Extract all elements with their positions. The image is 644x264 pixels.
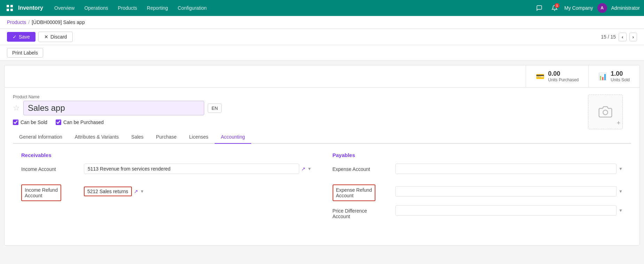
tab-accounting[interactable]: Accounting — [215, 131, 251, 144]
price-difference-account-row: Price DifferenceAccount ▼ — [333, 205, 623, 219]
price-difference-account-input[interactable] — [395, 205, 617, 216]
favorite-star-icon[interactable]: ☆ — [13, 104, 20, 113]
product-form: Product Name ☆ EN Can be Sold Can be Pur… — [5, 88, 639, 239]
notification-badge: 1 — [555, 3, 559, 8]
checkboxes-row: Can be Sold Can be Purchased — [13, 119, 586, 125]
nav-brand[interactable]: Inventory — [18, 5, 43, 11]
tab-attributes-variants[interactable]: Attributes & Variants — [69, 131, 125, 144]
svg-rect-0 — [7, 5, 9, 7]
expense-refund-dropdown-arrow[interactable]: ▼ — [619, 189, 623, 194]
breadcrumb-separator: / — [28, 19, 30, 25]
svg-point-4 — [603, 110, 607, 115]
expense-refund-account-row: Expense RefundAccount ▼ — [333, 182, 623, 201]
product-image-placeholder[interactable]: + — [588, 94, 623, 129]
breadcrumb-parent[interactable]: Products — [7, 19, 26, 25]
expense-refund-account-input[interactable] — [395, 186, 617, 197]
income-refund-dropdown-arrow[interactable]: ▼ — [140, 189, 144, 194]
breadcrumb-current: [ÚDBH00009] Sales app — [32, 19, 85, 25]
nav-reporting[interactable]: Reporting — [143, 3, 172, 13]
accounting-columns: Receivables Income Account ↗ ▼ Inco — [21, 152, 623, 223]
payables-title: Payables — [333, 152, 623, 158]
income-account-external-link-icon[interactable]: ↗ — [301, 166, 305, 172]
notification-icon[interactable]: 1 — [549, 2, 560, 14]
tab-purchase[interactable]: Purchase — [150, 131, 183, 144]
nav-products[interactable]: Products — [114, 3, 141, 13]
can-be-sold-checkbox[interactable]: Can be Sold — [13, 119, 47, 125]
svg-rect-2 — [7, 9, 9, 11]
pagination-next[interactable]: › — [629, 33, 637, 41]
sold-value: 1.00 — [611, 70, 630, 77]
stat-purchased[interactable]: 💳 0.00 Units Purchased — [526, 65, 588, 87]
receivables-section: Receivables Income Account ↗ ▼ Inco — [21, 152, 312, 223]
receivables-title: Receivables — [21, 152, 312, 158]
svg-rect-3 — [10, 9, 13, 11]
save-button[interactable]: ✓ Save — [7, 32, 35, 42]
nav-menu: Overview Operations Products Reporting C… — [50, 3, 534, 13]
action-bar: ✓ Save ✕ Discard 15 / 15 ‹ › — [0, 29, 644, 45]
company-name[interactable]: My Company — [564, 5, 593, 11]
price-difference-account-label: Price DifferenceAccount — [333, 205, 395, 219]
breadcrumb: Products / [ÚDBH00009] Sales app — [0, 16, 644, 29]
chat-icon[interactable] — [534, 2, 545, 14]
pagination-area: 15 / 15 ‹ › — [601, 33, 637, 41]
income-account-label: Income Account — [21, 164, 84, 172]
stat-sold[interactable]: 📊 1.00 Units Sold — [588, 65, 639, 87]
product-name-label: Product Name — [13, 94, 586, 99]
nav-configuration[interactable]: Configuration — [174, 3, 211, 13]
nav-operations[interactable]: Operations — [80, 3, 112, 13]
language-button[interactable]: EN — [208, 104, 222, 113]
main-content: 💳 0.00 Units Purchased 📊 1.00 Units Sold… — [4, 65, 640, 246]
save-check-icon: ✓ — [13, 34, 17, 40]
expense-account-row: Expense Account ▼ — [333, 164, 623, 178]
payables-section: Payables Expense Account ▼ Expense Refun… — [333, 152, 623, 223]
sold-icon: 📊 — [598, 72, 607, 81]
top-navigation: Inventory Overview Operations Products R… — [0, 0, 644, 16]
secondary-action-bar: Print Labels — [0, 45, 644, 61]
income-refund-account-label: Income RefundAccount — [21, 184, 61, 201]
tabs-bar: General Information Attributes & Variant… — [13, 131, 631, 144]
stats-bar: 💳 0.00 Units Purchased 📊 1.00 Units Sold — [5, 65, 639, 88]
avatar[interactable]: A — [597, 3, 607, 13]
income-refund-external-link-icon[interactable]: ↗ — [134, 189, 138, 194]
print-labels-button[interactable]: Print Labels — [7, 48, 43, 58]
expense-account-label: Expense Account — [333, 164, 395, 172]
discard-x-icon: ✕ — [44, 34, 48, 40]
apps-icon[interactable] — [4, 2, 15, 14]
tab-licenses[interactable]: Licenses — [183, 131, 215, 144]
sold-label: Units Sold — [611, 77, 630, 82]
username[interactable]: Administrator — [611, 5, 640, 11]
purchased-icon: 💳 — [536, 72, 544, 81]
purchased-label: Units Purchased — [548, 77, 579, 82]
expense-account-input[interactable] — [395, 164, 617, 174]
tab-sales[interactable]: Sales — [125, 131, 150, 144]
pagination-text: 15 / 15 — [601, 34, 616, 40]
tab-general-information[interactable]: General Information — [13, 131, 69, 144]
purchased-value: 0.00 — [548, 70, 579, 77]
income-account-input[interactable] — [84, 164, 299, 174]
income-account-row: Income Account ↗ ▼ — [21, 164, 312, 178]
svg-rect-1 — [10, 5, 13, 7]
price-difference-dropdown-arrow[interactable]: ▼ — [619, 208, 623, 213]
income-account-dropdown-arrow[interactable]: ▼ — [308, 166, 312, 171]
can-be-purchased-checkbox[interactable]: Can be Purchased — [56, 119, 104, 125]
expense-account-dropdown-arrow[interactable]: ▼ — [619, 166, 623, 171]
accounting-tab-content: Receivables Income Account ↗ ▼ Inco — [13, 144, 631, 232]
nav-right: 1 My Company A Administrator — [534, 2, 640, 14]
discard-button[interactable]: ✕ Discard — [38, 32, 73, 42]
expense-refund-account-label: Expense RefundAccount — [333, 184, 376, 201]
pagination-prev[interactable]: ‹ — [619, 33, 626, 41]
income-refund-account-row: Income RefundAccount 5212 Sales returns … — [21, 182, 312, 201]
income-refund-account-value: 5212 Sales returns — [84, 187, 132, 196]
product-name-input[interactable] — [23, 101, 204, 115]
product-name-row: ☆ EN — [13, 101, 586, 115]
nav-overview[interactable]: Overview — [50, 3, 79, 13]
